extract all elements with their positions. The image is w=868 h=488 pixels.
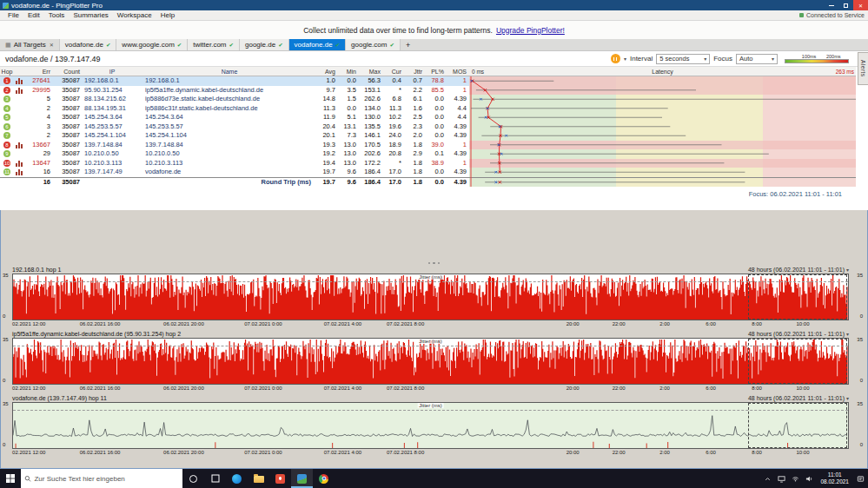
tray-chevron-up-icon[interactable] — [761, 469, 773, 488]
timeline-range-select[interactable]: 48 hours (06.02.2021 11:01 - 11:01) ▾ — [748, 331, 849, 337]
cortana-icon[interactable] — [182, 469, 204, 488]
col-header-cur[interactable]: Cur — [382, 69, 403, 75]
taskbar-search[interactable] — [21, 469, 182, 488]
timeline-plot-wrap: 35 0 35 0 Jitter (ms) 02.2021 12:0006.02… — [12, 274, 849, 328]
y-axis-min-label: 0 — [860, 313, 863, 319]
ip-cell: 139.7.148.84 — [82, 141, 142, 150]
timeline-plot[interactable]: Jitter (ms) — [12, 402, 849, 449]
menu-item-workspace[interactable]: Workspace — [113, 11, 156, 19]
taskbar-clock[interactable]: 11:01 08.02.2021 — [817, 472, 852, 485]
hop-cell: 8 — [0, 141, 14, 150]
action-center-icon[interactable] — [854, 469, 866, 488]
timeline-plot[interactable]: Jitter (ms) — [12, 338, 849, 385]
name-cell: 145.254.1.104 — [142, 131, 316, 141]
timeline-range-label: 48 hours (06.02.2021 11:01 - 11:01) — [748, 331, 845, 337]
close-tab-icon[interactable]: ✕ — [50, 42, 54, 48]
pl-cell: 0.0 — [424, 104, 447, 114]
table-row[interactable]: 111635087139.7.147.49vodafone.de19.79.61… — [0, 168, 856, 177]
col-header-mos[interactable]: MOS — [447, 69, 469, 75]
minimize-button[interactable] — [824, 0, 838, 10]
hop-badge: 8 — [3, 142, 10, 148]
menu-item-help[interactable]: Help — [156, 11, 179, 19]
col-header-jttr[interactable]: Jttr — [403, 69, 424, 75]
target-title: vodafone.de / 139.7.147.49 — [5, 55, 101, 63]
table-body: 12764135087192.168.0.1192.168.0.11.00.05… — [0, 76, 856, 187]
timeline-toggle-icon[interactable] — [16, 168, 23, 175]
col-header-count[interactable]: Count — [52, 69, 82, 75]
timeline-toggle-icon[interactable] — [16, 142, 23, 148]
min-cell: 1.5 — [337, 95, 358, 104]
col-header-err[interactable]: Err — [24, 69, 52, 75]
timeline-range-select[interactable]: 48 hours (06.02.2021 11:01 - 11:01) ▾ — [748, 395, 849, 401]
add-target-button[interactable]: + — [401, 39, 415, 50]
app-icon-red[interactable] — [269, 469, 291, 488]
timeline-header: 192.168.0.1 hop 1 48 hours (06.02.2021 1… — [0, 266, 868, 274]
interval-select[interactable]: 5 seconds ▾ — [656, 54, 710, 64]
connection-status: Connected to Service — [799, 12, 865, 18]
timeline-toggle-icon[interactable] — [16, 87, 23, 94]
splitter-dot — [433, 262, 435, 265]
timeline-plot[interactable]: Jitter (ms) — [12, 274, 849, 320]
table-row[interactable]: 423508788.134.195.31ip5886c31f.static.ka… — [0, 104, 856, 114]
table-row[interactable]: 2299953508795.90.31.254ip5f5a1ffe.dynami… — [0, 86, 856, 96]
tab-vodafone.de[interactable]: vodafone.de✔ — [60, 39, 117, 50]
timeline-label: 192.168.0.1 hop 1 — [12, 267, 61, 273]
search-input[interactable] — [34, 475, 179, 483]
table-row[interactable]: 353508788.134.215.62ip5886d73e.static.ka… — [0, 95, 856, 104]
table-row[interactable]: 5435087145.254.3.64145.254.3.6411.95.113… — [0, 113, 856, 122]
timeline-range-select[interactable]: 48 hours (06.02.2021 11:01 - 11:01) ▾ — [748, 267, 849, 273]
tab-google.com[interactable]: google.com✔ — [346, 39, 401, 50]
timeline-range-label: 48 hours (06.02.2021 11:01 - 11:01) — [748, 267, 845, 273]
alerts-side-tab[interactable]: Alerts — [858, 52, 868, 85]
pause-button[interactable] — [611, 54, 620, 63]
avg-cell: 11.3 — [316, 104, 337, 114]
upgrade-link[interactable]: Upgrade PingPlotter! — [496, 26, 565, 35]
menu-item-file[interactable]: File — [3, 11, 23, 19]
col-header-avg[interactable]: Avg — [316, 69, 337, 75]
col-header-ip[interactable]: IP — [82, 69, 142, 75]
legend-100ms-label: 100ms — [802, 54, 817, 59]
table-row[interactable]: 6335087145.253.5.57145.253.5.5720.413.11… — [0, 122, 856, 132]
tab-google.de[interactable]: google.de✔ — [240, 39, 289, 50]
pause-caret-icon[interactable]: ▾ — [624, 56, 626, 62]
table-row[interactable]: 12764135087192.168.0.1192.168.0.11.00.05… — [0, 76, 856, 86]
pingplotter-taskbar-icon[interactable] — [291, 469, 313, 488]
tab-vodafone.de[interactable]: vodafone.de✔ — [289, 39, 347, 50]
max-cell: 186.4 — [358, 168, 382, 177]
maximize-button[interactable] — [838, 0, 853, 10]
col-header-min[interactable]: Min — [337, 69, 358, 75]
hop-badge: 1 — [3, 77, 10, 84]
edge-icon[interactable] — [226, 469, 248, 488]
chrome-icon[interactable] — [313, 469, 335, 488]
col-header-name[interactable]: Name — [142, 69, 316, 75]
tab-twitter.com[interactable]: twitter.com✔ — [188, 39, 240, 50]
col-header-pl[interactable]: PL% — [424, 69, 447, 75]
tray-pc-icon[interactable] — [775, 469, 787, 488]
table-row[interactable]: 81366735087139.7.148.84139.7.148.8419.31… — [0, 141, 856, 150]
table-row[interactable]: 7235087145.254.1.104145.254.1.10420.17.3… — [0, 131, 856, 141]
close-button[interactable]: ✕ — [853, 0, 868, 10]
table-row[interactable]: 9293508710.210.0.5010.210.0.5019.213.020… — [0, 149, 856, 159]
table-row[interactable]: 10136473508710.210.3.11310.210.3.11319.4… — [0, 159, 856, 168]
x-axis-label: 07.02.2021 0:00 — [244, 450, 282, 455]
task-view-icon[interactable] — [204, 469, 226, 488]
timeline-toggle-icon[interactable] — [16, 77, 23, 84]
menu-item-tools[interactable]: Tools — [44, 11, 70, 19]
pingplotter-glyph — [297, 474, 307, 484]
tab-www.google.com[interactable]: www.google.com✔ — [116, 39, 188, 50]
menu-item-edit[interactable]: Edit — [23, 11, 44, 19]
tray-network-icon[interactable] — [789, 469, 801, 488]
round-trip-row[interactable]: 1635087Round Trip (ms)19.79.6186.417.01.… — [0, 177, 856, 188]
mos-cell: 4.39 — [447, 122, 469, 132]
timeline-toggle-icon[interactable] — [16, 160, 23, 167]
col-header-max[interactable]: Max — [358, 69, 382, 75]
tab-all-targets[interactable]: ▦ All Targets ✕ — [0, 39, 60, 50]
tray-volume-icon[interactable] — [803, 469, 815, 488]
col-header-hop[interactable]: Hop — [0, 69, 14, 75]
target-up-icon: ✔ — [106, 42, 110, 49]
file-explorer-icon[interactable] — [248, 469, 269, 488]
start-button[interactable] — [0, 469, 21, 488]
latency-cell — [469, 159, 856, 168]
focus-select[interactable]: Auto ▾ — [736, 54, 778, 64]
menu-item-summaries[interactable]: Summaries — [69, 11, 112, 19]
